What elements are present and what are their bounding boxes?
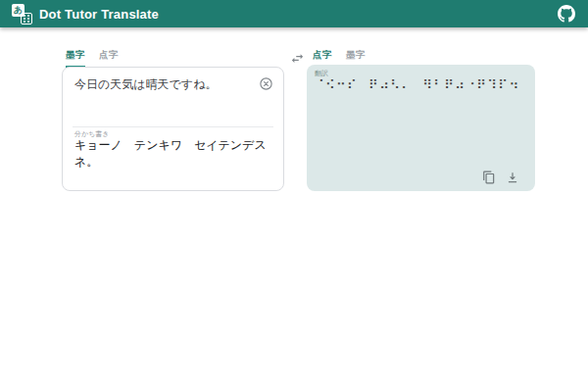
- kana-character-icon: あ: [12, 4, 24, 17]
- app-window: あ Dot Tutor Translate 墨字 点字 点字 墨字 今日の天気は…: [0, 0, 588, 392]
- clear-input-button[interactable]: [259, 76, 273, 91]
- copy-button[interactable]: [481, 170, 496, 184]
- app-title: Dot Tutor Translate: [39, 7, 159, 22]
- github-link[interactable]: [557, 4, 576, 24]
- swap-direction-button[interactable]: [289, 50, 306, 67]
- output-actions: [481, 170, 519, 184]
- github-icon: [558, 5, 575, 23]
- swap-horizontal-icon: [290, 51, 305, 66]
- app-header: あ Dot Tutor Translate: [0, 0, 588, 27]
- app-logo-icon: あ: [12, 4, 32, 24]
- tab-input-sumiji[interactable]: 墨字: [66, 49, 85, 68]
- segmentation-divider: [73, 126, 273, 127]
- source-text-input[interactable]: 今日の天気は晴天ですね。: [74, 76, 254, 93]
- download-button[interactable]: [505, 170, 519, 184]
- tab-input-tenji[interactable]: 点字: [99, 49, 119, 68]
- input-tab-bar: 墨字 点字: [66, 49, 119, 68]
- output-card: 翻訳 ⠈⠪⠒⠎⠀⠟⠴⠣⠄⠀⠻⠃⠟⠴⠐⠟⠹⠏⠲: [307, 65, 535, 191]
- clear-circle-icon: [259, 76, 273, 91]
- copy-icon: [482, 171, 496, 184]
- download-icon: [506, 171, 519, 184]
- input-card: 今日の天気は晴天ですね。 分かち書き キョーノ テンキワ セイテンデスネ。: [62, 67, 284, 191]
- braille-output-text: ⠈⠪⠒⠎⠀⠟⠴⠣⠄⠀⠻⠃⠟⠴⠐⠟⠹⠏⠲: [315, 77, 527, 94]
- segmentation-text: キョーノ テンキワ セイテンデスネ。: [74, 137, 273, 171]
